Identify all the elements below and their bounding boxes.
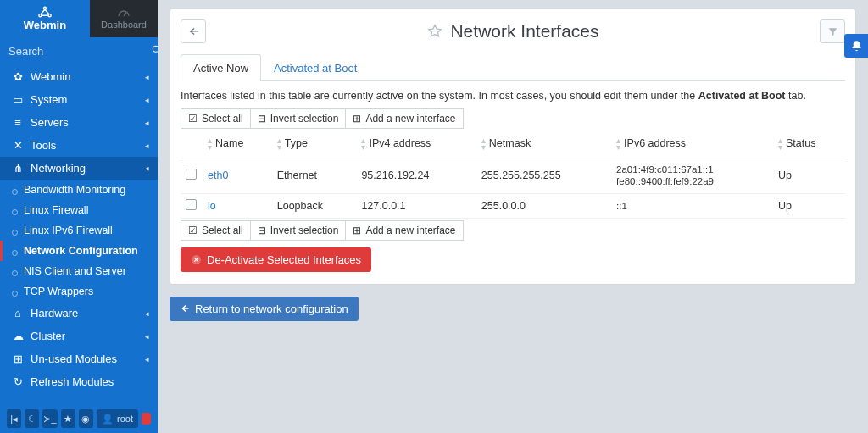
notifications-button[interactable] — [844, 34, 868, 58]
subnav-tcp-wrappers[interactable]: TCP Wrappers — [0, 281, 158, 302]
bell-icon — [850, 40, 863, 53]
sub-label: Bandwidth Monitoring — [24, 184, 125, 196]
logout-button[interactable] — [142, 413, 151, 425]
col-netmask[interactable]: ▴▾Netmask — [476, 130, 611, 158]
nav-label: Webmin — [31, 70, 70, 83]
hint-post: tab. — [786, 90, 806, 102]
toolbar-top: ☑Select all ⊟Invert selection ⊞Add a new… — [181, 108, 845, 129]
back-button[interactable] — [181, 19, 206, 43]
tab-activated-at-boot[interactable]: Activated at Boot — [261, 54, 370, 81]
cell: eth0 — [208, 169, 228, 181]
cell: Ethernet — [277, 169, 317, 181]
plus-icon: ⊞ — [353, 113, 361, 125]
tab-active-now[interactable]: Active Now — [181, 54, 261, 81]
caret-icon: ◂ — [145, 142, 149, 150]
btn-label: Invert selection — [270, 225, 339, 236]
select-all-button[interactable]: ☑Select all — [181, 220, 251, 241]
sub-label: NIS Client and Server — [24, 265, 126, 277]
panel: Network Interfaces Active Now Activated … — [170, 8, 856, 285]
subnav-linux-firewall[interactable]: Linux Firewall — [0, 200, 158, 220]
caret-icon: ◂ — [145, 96, 149, 104]
add-interface-button[interactable]: ⊞Add a new interface — [346, 108, 463, 129]
col-ipv4[interactable]: ▴▾IPv4 address — [356, 130, 476, 158]
refresh-icon: ↻ — [10, 375, 25, 388]
invert-selection-button[interactable]: ⊟Invert selection — [251, 108, 347, 129]
sidebar-item-system[interactable]: ▭System◂ — [0, 88, 158, 111]
sidebar-item-servers[interactable]: ≡Servers◂ — [0, 111, 158, 134]
subnav-bandwidth[interactable]: Bandwidth Monitoring — [0, 180, 158, 200]
sidebar-item-unused[interactable]: ⊞Un-used Modules◂ — [0, 347, 158, 370]
plus-icon: ⊞ — [353, 225, 361, 236]
night-mode-button[interactable]: ☾ — [25, 409, 39, 428]
dashboard-label: Dashboard — [101, 19, 147, 30]
col-status[interactable]: ▴▾Status — [773, 130, 845, 158]
row-checkbox[interactable] — [186, 199, 197, 210]
btn-label: Select all — [202, 225, 243, 236]
sub-label: Network Configuration — [24, 245, 138, 257]
bottom-bar: |◂ ☾ ≻_ ★ ◉ 👤root — [0, 404, 158, 433]
subnav-network-configuration[interactable]: Network Configuration — [0, 241, 158, 261]
brand[interactable]: Webmin — [0, 0, 90, 37]
col-name[interactable]: ▴▾Name — [203, 130, 272, 158]
hint-pre: Interfaces listed in this table are curr… — [181, 90, 698, 102]
sort-icon: ▴▾ — [361, 137, 365, 151]
sidebar-item-tools[interactable]: ✕Tools◂ — [0, 134, 158, 157]
cell: 95.216.192.24 — [361, 169, 429, 181]
collapse-button[interactable]: |◂ — [7, 409, 21, 428]
dashboard-tab[interactable]: Dashboard — [90, 0, 158, 37]
x-circle-icon — [191, 254, 202, 265]
interface-name-link[interactable]: eth0 — [203, 158, 272, 194]
hint-text: Interfaces listed in this table are curr… — [181, 90, 845, 102]
nav-label: Networking — [31, 162, 86, 175]
favorites-button[interactable]: ★ — [61, 409, 75, 428]
sidebar-item-networking[interactable]: ⋔Networking▾ — [0, 157, 158, 180]
sidebar-item-hardware[interactable]: ⌂Hardware◂ — [0, 302, 158, 325]
sidebar-item-refresh[interactable]: ↻Refresh Modules — [0, 370, 158, 393]
language-button[interactable]: ◉ — [79, 409, 93, 428]
select-all-button[interactable]: ☑Select all — [181, 108, 251, 129]
sort-icon: ▴▾ — [616, 137, 620, 151]
add-interface-button[interactable]: ⊞Add a new interface — [346, 220, 463, 241]
user-icon: 👤 — [102, 414, 114, 425]
servers-icon: ≡ — [10, 116, 25, 129]
search-input[interactable] — [8, 45, 151, 58]
sidebar-item-webmin[interactable]: ✿Webmin◂ — [0, 65, 158, 88]
webmin-logo-icon — [37, 6, 53, 18]
return-button[interactable]: Return to network configuration — [170, 297, 359, 321]
gear-icon: ✿ — [10, 70, 25, 83]
sidebar-item-cluster[interactable]: ☁Cluster◂ — [0, 325, 158, 347]
invert-selection-button[interactable]: ⊟Invert selection — [251, 220, 347, 241]
nav-label: Tools — [31, 139, 56, 152]
check-icon: ☑ — [188, 225, 198, 236]
user-button[interactable]: 👤root — [97, 409, 138, 428]
wrench-icon: ✕ — [10, 139, 25, 152]
nav-label: Cluster — [31, 330, 65, 342]
tab-label: Activated at Boot — [274, 62, 357, 75]
table-row: lo Loopback 127.0.0.1 255.0.0.0 ::1 Up — [181, 193, 845, 218]
col-label: Type — [285, 137, 308, 149]
cloud-icon: ☁ — [10, 330, 25, 342]
caret-icon: ◂ — [145, 355, 149, 364]
caret-down-icon: ▾ — [143, 166, 152, 170]
terminal-button[interactable]: ≻_ — [42, 409, 57, 428]
table-row: eth0 Ethernet 95.216.192.24 255.255.255.… — [181, 158, 845, 194]
sort-icon: ▴▾ — [208, 137, 212, 151]
btn-label: Add a new interface — [365, 113, 455, 125]
deactivate-button[interactable]: De-Activate Selected Interfaces — [181, 247, 371, 272]
brand-row: Webmin Dashboard — [0, 0, 158, 37]
hint-bold: Activated at Boot — [698, 90, 786, 102]
sort-icon: ▴▾ — [778, 137, 782, 151]
subnav-linux-ipv6-firewall[interactable]: Linux IPv6 Firewall — [0, 220, 158, 241]
sub-label: Linux Firewall — [24, 204, 88, 216]
funnel-icon — [827, 26, 838, 37]
filter-button[interactable] — [820, 19, 845, 43]
col-type[interactable]: ▴▾Type — [272, 130, 357, 158]
star-icon[interactable] — [426, 23, 443, 40]
row-checkbox[interactable] — [186, 169, 197, 180]
interface-name-link[interactable]: lo — [203, 193, 272, 218]
subnav-nis[interactable]: NIS Client and Server — [0, 261, 158, 281]
col-ipv6[interactable]: ▴▾IPv6 address — [611, 130, 773, 158]
cell-ipv6: 2a01:4f9:c011:67a1::1 fe80::9400:ff:fef9… — [611, 158, 773, 194]
caret-icon: ◂ — [145, 119, 149, 127]
nav-label: System — [31, 93, 67, 106]
